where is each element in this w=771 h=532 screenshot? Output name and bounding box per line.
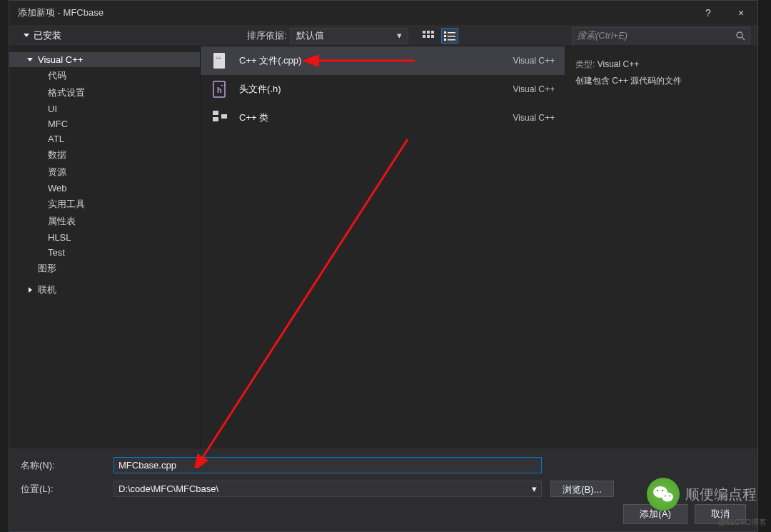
svg-rect-5: [431, 35, 434, 38]
svg-point-12: [737, 32, 742, 38]
svg-rect-4: [427, 35, 430, 38]
dialog-buttons: 添加(A) 取消: [21, 504, 746, 524]
dialog-body: Visual C++ 代码 格式设置 UI MFC ATL 数据 资源 Web …: [9, 46, 757, 448]
tree-item-code[interactable]: 代码: [9, 67, 200, 84]
brand-text: 顺便编点程: [685, 485, 757, 504]
tree-item-web[interactable]: Web: [9, 181, 200, 196]
tree-item-mfc[interactable]: MFC: [9, 116, 200, 131]
svg-rect-1: [427, 31, 430, 34]
template-label: C++ 文件(.cpp): [239, 54, 513, 67]
tree-online[interactable]: 联机: [9, 281, 200, 298]
view-mode-buttons: [420, 28, 458, 44]
header-file-icon: h++: [211, 80, 229, 99]
tree-item-propsheet[interactable]: 属性表: [9, 213, 200, 230]
window-title: 添加新项 - MFCbase: [18, 6, 692, 19]
location-input[interactable]: D:\code\MFC\MFCbase\ ▾: [114, 481, 542, 497]
location-value: D:\code\MFC\MFCbase\: [119, 483, 532, 494]
template-label: C++ 类: [239, 111, 513, 124]
tree-visual-cpp[interactable]: Visual C++: [9, 52, 200, 67]
installed-label: 已安装: [34, 29, 61, 42]
svg-rect-20: [213, 117, 218, 121]
svg-rect-6: [444, 31, 446, 34]
detail-description: 创建包含 C++ 源代码的文件: [575, 73, 747, 89]
template-cpp-file[interactable]: ++ C++ 文件(.cpp) Visual C++: [201, 46, 565, 75]
cpp-class-icon: [211, 109, 229, 127]
tree-item-data[interactable]: 数据: [9, 146, 200, 164]
svg-rect-11: [448, 39, 455, 41]
svg-rect-0: [423, 31, 425, 34]
svg-point-26: [662, 493, 673, 502]
svg-text:++: ++: [221, 83, 226, 87]
svg-rect-8: [444, 35, 446, 37]
svg-point-30: [669, 496, 670, 497]
template-header-file[interactable]: h++ 头文件(.h) Visual C++: [201, 75, 565, 104]
template-lang: Visual C++: [513, 113, 555, 123]
editor-gutter: [0, 0, 9, 532]
location-row: 位置(L): D:\code\MFC\MFCbase\ ▾ 浏览(B)...: [21, 481, 746, 497]
detail-panel: 类型: Visual C++ 创建包含 C++ 源代码的文件: [565, 46, 757, 448]
search-input[interactable]: 搜索(Ctrl+E): [572, 27, 750, 44]
list-view-button[interactable]: [441, 28, 458, 44]
detail-type-row: 类型: Visual C++: [575, 56, 747, 73]
svg-point-27: [657, 490, 659, 492]
location-label: 位置(L):: [21, 483, 114, 496]
add-new-item-dialog: 添加新项 - MFCbase ? × 已安装 排序依据: 默认值 ▾ 搜索(Ct…: [9, 0, 758, 532]
svg-line-24: [201, 139, 408, 461]
close-button[interactable]: ×: [725, 1, 757, 25]
svg-rect-19: [213, 111, 218, 115]
watermark: @51CTO博客: [718, 517, 767, 528]
detail-type-value: Visual C++: [598, 59, 639, 69]
category-tree: Visual C++ 代码 格式设置 UI MFC ATL 数据 资源 Web …: [9, 46, 201, 448]
svg-rect-10: [444, 39, 446, 41]
expand-icon: [25, 58, 35, 61]
svg-rect-9: [448, 36, 455, 37]
search-placeholder: 搜索(Ctrl+E): [577, 29, 735, 42]
toolbar: 已安装 排序依据: 默认值 ▾ 搜索(Ctrl+E): [9, 25, 757, 46]
svg-line-13: [742, 37, 745, 40]
name-value: MFCbase.cpp: [119, 460, 176, 471]
browse-button[interactable]: 浏览(B)...: [550, 481, 614, 497]
titlebar: 添加新项 - MFCbase ? ×: [9, 1, 757, 25]
name-input[interactable]: MFCbase.cpp: [114, 457, 542, 473]
tree-item-format[interactable]: 格式设置: [9, 84, 200, 101]
tree-item-test[interactable]: Test: [9, 245, 200, 260]
template-lang: Visual C++: [513, 84, 555, 94]
wechat-icon: [647, 478, 680, 511]
tree-graphics[interactable]: 图形: [9, 260, 200, 277]
search-icon: [735, 31, 745, 41]
dropdown-icon: ▾: [397, 30, 402, 41]
template-list: ++ C++ 文件(.cpp) Visual C++ h++ 头文件(.h) V…: [201, 46, 565, 448]
svg-rect-21: [221, 114, 227, 119]
name-label: 名称(N):: [21, 459, 114, 472]
cpp-file-icon: ++: [211, 51, 229, 70]
tile-view-button[interactable]: [420, 28, 437, 44]
svg-rect-3: [423, 35, 425, 38]
tree-item-utility[interactable]: 实用工具: [9, 196, 200, 213]
installed-tab[interactable]: 已安装: [16, 26, 69, 45]
dropdown-icon: ▾: [532, 483, 537, 494]
svg-rect-7: [448, 32, 455, 34]
tree-item-hlsl[interactable]: HLSL: [9, 230, 200, 245]
tree-item-ui[interactable]: UI: [9, 101, 200, 116]
template-label: 头文件(.h): [239, 83, 513, 96]
template-cpp-class[interactable]: C++ 类 Visual C++: [201, 104, 565, 132]
brand-overlay: 顺便编点程: [647, 478, 757, 511]
tree-item-atl[interactable]: ATL: [9, 131, 200, 146]
tree-item-label: Visual C++: [38, 54, 83, 65]
template-lang: Visual C++: [513, 56, 555, 66]
sort-by-label: 排序依据:: [247, 29, 287, 42]
name-row: 名称(N): MFCbase.cpp: [21, 457, 746, 473]
sort-combo[interactable]: 默认值 ▾: [290, 28, 408, 44]
chevron-down-icon: [24, 34, 29, 37]
svg-point-28: [662, 490, 664, 492]
svg-rect-2: [431, 31, 434, 34]
sort-value: 默认值: [296, 29, 397, 42]
tree-item-label: 联机: [38, 283, 56, 296]
help-button[interactable]: ?: [692, 1, 725, 25]
bottom-form: 名称(N): MFCbase.cpp 位置(L): D:\code\MFC\MF…: [9, 448, 757, 531]
tree-item-resource[interactable]: 资源: [9, 164, 200, 181]
svg-text:++: ++: [216, 56, 221, 61]
expand-icon: [25, 287, 35, 293]
detail-type-label: 类型:: [575, 59, 595, 69]
annotation-arrow-2: [186, 111, 472, 468]
